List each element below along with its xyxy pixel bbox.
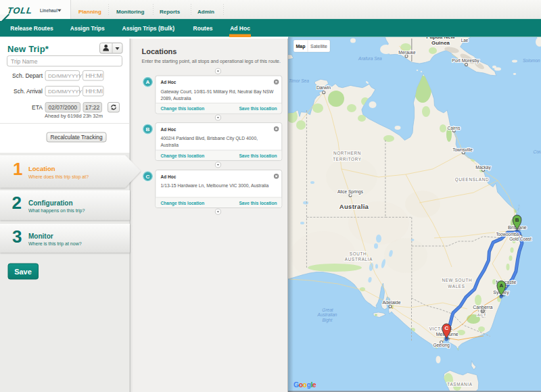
svg-text:Where is this trip at now?: Where is this trip at now? bbox=[28, 241, 82, 247]
svg-text:Arafura Sea: Arafura Sea bbox=[358, 56, 382, 61]
svg-text:Geelong: Geelong bbox=[433, 343, 450, 348]
svg-text:Alice Springs: Alice Springs bbox=[337, 189, 364, 195]
svg-text:B: B bbox=[146, 126, 150, 132]
svg-text:Ahead by 6198d 23h 32m: Ahead by 6198d 23h 32m bbox=[45, 113, 103, 119]
svg-text:1: 1 bbox=[13, 159, 22, 179]
svg-text:ACT: ACT bbox=[477, 313, 487, 317]
svg-text:Routes: Routes bbox=[193, 25, 213, 32]
svg-text:Locations: Locations bbox=[142, 47, 177, 55]
svg-text:Reports: Reports bbox=[160, 9, 181, 15]
svg-text:QUEENSLAND: QUEENSLAND bbox=[455, 177, 489, 182]
svg-text:Guinea: Guinea bbox=[431, 40, 450, 46]
svg-text:Map: Map bbox=[296, 44, 306, 49]
svg-text:Location: Location bbox=[28, 165, 55, 172]
svg-text:ETA: ETA bbox=[32, 104, 43, 111]
svg-text:B: B bbox=[515, 217, 519, 223]
svg-text:C: C bbox=[146, 174, 150, 180]
svg-text:Coral Sea: Coral Sea bbox=[534, 149, 541, 154]
svg-text:Merauke: Merauke bbox=[398, 50, 416, 55]
svg-text:Trip Name: Trip Name bbox=[11, 58, 38, 65]
svg-text:Planning: Planning bbox=[78, 9, 101, 15]
svg-text:Gold Coast: Gold Coast bbox=[509, 237, 532, 241]
svg-text:Great: Great bbox=[322, 308, 333, 312]
svg-text:Bight: Bight bbox=[322, 318, 333, 323]
svg-text:TASMANIA: TASMANIA bbox=[447, 382, 472, 387]
svg-text:AUSTRALIA: AUSTRALIA bbox=[345, 257, 373, 262]
svg-text:C: C bbox=[444, 325, 448, 331]
svg-text:A: A bbox=[146, 79, 150, 85]
svg-text:DD/MM/YYYY: DD/MM/YYYY bbox=[48, 89, 83, 95]
svg-text:A: A bbox=[499, 283, 503, 289]
svg-text:What happens on this trip?: What happens on this trip? bbox=[28, 208, 85, 214]
svg-text:Monitor: Monitor bbox=[28, 232, 53, 240]
svg-text:Lae: Lae bbox=[461, 38, 469, 43]
svg-text:Save: Save bbox=[14, 268, 32, 276]
svg-text:WALES: WALES bbox=[448, 284, 465, 289]
svg-text:TERRITORY: TERRITORY bbox=[333, 157, 362, 162]
svg-text:Darwin: Darwin bbox=[316, 85, 331, 90]
svg-text:Recalculate Tracking: Recalculate Tracking bbox=[50, 134, 102, 141]
svg-text:Monitoring: Monitoring bbox=[116, 9, 144, 15]
svg-text:Save this location: Save this location bbox=[239, 201, 277, 205]
svg-text:Satellite: Satellite bbox=[310, 44, 327, 49]
svg-text:Solomon Sea: Solomon Sea bbox=[523, 58, 541, 63]
svg-text:Linehaul: Linehaul bbox=[40, 8, 57, 13]
svg-text:Admin: Admin bbox=[197, 9, 214, 15]
svg-text:Configuration: Configuration bbox=[28, 199, 73, 207]
svg-text:Enter the starting point, all: Enter the starting point, all stops and … bbox=[142, 59, 281, 64]
svg-text:Change this location: Change this location bbox=[161, 201, 205, 206]
svg-text:NORTHERN: NORTHERN bbox=[333, 151, 361, 155]
svg-text:DD/MM/YYYY: DD/MM/YYYY bbox=[48, 73, 83, 79]
svg-text:Australian: Australian bbox=[317, 312, 337, 317]
svg-text:3: 3 bbox=[12, 226, 22, 247]
svg-text:SOUTH: SOUTH bbox=[350, 251, 367, 256]
svg-text:Where does this trip stop at?: Where does this trip stop at? bbox=[28, 174, 89, 180]
svg-text:Australia: Australia bbox=[339, 203, 369, 210]
svg-text:Sch. Arrival: Sch. Arrival bbox=[14, 88, 43, 95]
svg-text:Change this location: Change this location bbox=[161, 153, 205, 159]
svg-text:Canberra: Canberra bbox=[473, 305, 492, 310]
svg-text:New Trip*: New Trip* bbox=[7, 44, 49, 54]
svg-text:Assign Trips: Assign Trips bbox=[70, 25, 105, 32]
svg-text:Ad Hoc: Ad Hoc bbox=[161, 127, 177, 132]
svg-text:Google: Google bbox=[293, 381, 316, 389]
svg-text:Ad Hoc: Ad Hoc bbox=[161, 80, 177, 84]
svg-text:Gateway Court, 10/81-91 Milita: Gateway Court, 10/81-91 Military Rd, Neu… bbox=[161, 89, 275, 95]
svg-text:NEW SOUTH: NEW SOUTH bbox=[442, 278, 472, 283]
svg-text:Townsville: Townsville bbox=[452, 147, 473, 152]
svg-text:Save this location: Save this location bbox=[239, 153, 277, 158]
svg-text:TOLL: TOLL bbox=[7, 5, 33, 16]
svg-text:Ad Hoc: Ad Hoc bbox=[161, 174, 177, 179]
svg-text:Cairns: Cairns bbox=[448, 126, 461, 130]
svg-text:02/07/2000: 02/07/2000 bbox=[48, 104, 77, 111]
svg-text:Australia: Australia bbox=[161, 143, 179, 147]
svg-text:Assign Trips (Bulk): Assign Trips (Bulk) bbox=[122, 25, 175, 32]
svg-text:2: 2 bbox=[12, 193, 22, 213]
svg-text:Adelaide: Adelaide bbox=[382, 300, 400, 305]
svg-text:Sch. Depart: Sch. Depart bbox=[12, 72, 43, 79]
svg-text:Save this location: Save this location bbox=[239, 106, 277, 111]
svg-text:Change this location: Change this location bbox=[161, 106, 205, 112]
svg-text:Ad Hoc: Ad Hoc bbox=[230, 25, 250, 32]
svg-text:1/13-15 Hardware Ln, Melbourne: 1/13-15 Hardware Ln, Melbourne VIC 3000,… bbox=[161, 183, 269, 188]
svg-text:Port Moresby: Port Moresby bbox=[452, 58, 479, 64]
svg-text:Release Routes: Release Routes bbox=[10, 25, 53, 32]
svg-text:17:22: 17:22 bbox=[85, 104, 100, 111]
svg-text:Mackay: Mackay bbox=[475, 165, 491, 170]
svg-text:4002/4 Parkland Blvd, Brisbane: 4002/4 Parkland Blvd, Brisbane City QLD … bbox=[161, 136, 258, 141]
svg-text:2089, Australia: 2089, Australia bbox=[161, 96, 191, 101]
